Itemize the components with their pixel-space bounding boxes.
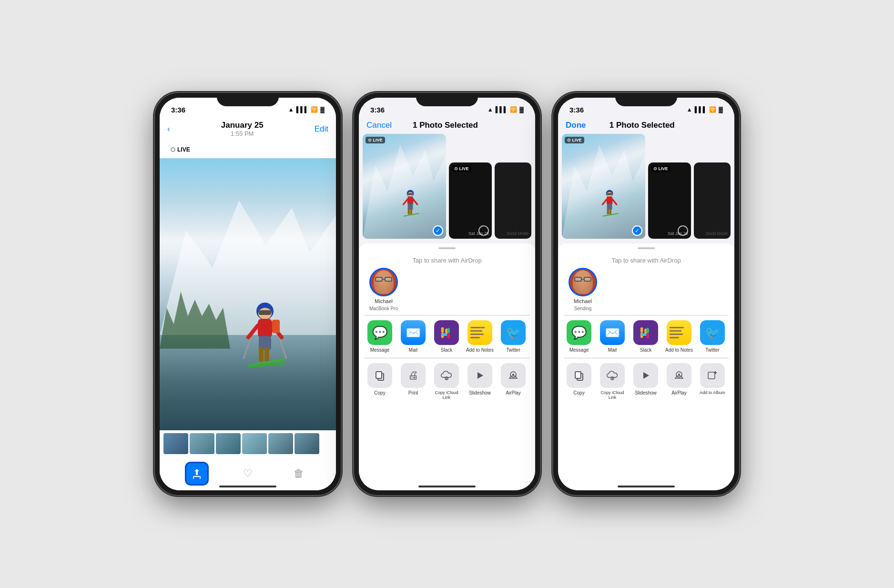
thumbnail-5[interactable] [268, 433, 293, 454]
action-copy-2[interactable]: Copy [365, 363, 395, 400]
airplay-icon-3 [667, 363, 691, 388]
svg-marker-37 [477, 372, 483, 379]
favorite-button[interactable]: ♡ [236, 462, 260, 486]
signal-icon-2: ▌▌▌ [496, 106, 508, 113]
svg-rect-20 [407, 197, 413, 205]
notes-line-1 [470, 327, 485, 328]
copy-icon-3 [567, 363, 591, 388]
dark-label-2: Send Mode [498, 231, 528, 236]
airdrop-label-2: Tap to share with AirDrop [365, 257, 529, 264]
svg-line-25 [403, 200, 407, 204]
live-badge-1: LIVE [167, 145, 328, 154]
icloud-icon-3 [600, 363, 625, 388]
app-twitter-3[interactable]: 🐦 Twitter [697, 320, 728, 353]
app-mail-3[interactable]: ✉️ Mail [597, 320, 628, 353]
mail-label-2: Mail [409, 347, 417, 353]
share-photo-large-2[interactable]: ⊙ LIVE ✓ [363, 134, 446, 239]
app-notes-2[interactable]: Add to Notes [465, 320, 495, 353]
main-photo [160, 158, 336, 430]
live-badge-small-3: ⊙ LIVE [651, 165, 670, 172]
michael-name-2: Michael [375, 298, 393, 304]
slack-svg-3 [639, 326, 652, 339]
action-add-album-3[interactable]: Add to Album [697, 363, 728, 400]
nav-bar-1: ‹ January 25 1:55 PM Edit [160, 119, 336, 141]
svg-point-39 [512, 374, 514, 375]
selection-empty-2[interactable] [478, 225, 489, 236]
icloud-label-3: Copy iCloud Link [597, 390, 628, 400]
live-text: LIVE [177, 146, 190, 153]
skier-svg [234, 297, 291, 383]
notes-line-3 [470, 334, 484, 335]
svg-rect-13 [272, 320, 280, 333]
share-photos-row-3: ⊙ LIVE ✓ [558, 134, 734, 243]
app-message-3[interactable]: 💬 Message [564, 320, 594, 353]
action-icloud-3[interactable]: Copy iCloud Link [597, 363, 628, 400]
selection-check-2[interactable]: ✓ [433, 225, 443, 236]
thumbnail-strip[interactable] [160, 430, 336, 457]
app-row-3: 💬 Message ✉️ Mail [558, 315, 734, 357]
share-photos-row-2: ⊙ LIVE ✓ [359, 134, 535, 243]
airdrop-people-2: Michael MacBook Pro [365, 268, 529, 311]
svg-rect-6 [264, 347, 269, 362]
airdrop-person-michael-3[interactable]: Michael Sending [566, 268, 600, 311]
app-message-2[interactable]: 💬 Message [365, 320, 395, 353]
play-svg [475, 370, 485, 381]
svg-line-48 [602, 200, 606, 204]
svg-rect-55 [646, 333, 649, 338]
action-print-2[interactable]: 🖨 Print [398, 363, 428, 400]
svg-rect-28 [441, 327, 444, 333]
action-copy-3[interactable]: Copy [564, 363, 594, 400]
action-airplay-2[interactable]: AirPlay [498, 363, 528, 400]
share-sheet-3: Tap to share with AirDrop [558, 243, 734, 490]
thumbnail-6[interactable] [295, 433, 319, 454]
dark-area-2: Send Mode [495, 162, 531, 239]
nav-title-1: January 25 1:55 PM [221, 121, 264, 137]
airplay-icon-2 [501, 363, 526, 388]
michael-name-3: Michael [574, 298, 592, 304]
nav-bar-3: Done 1 Photo Selected [558, 119, 734, 134]
signal-icon-3: ▌▌▌ [695, 106, 707, 113]
done-button[interactable]: Done [566, 121, 586, 130]
live-badge-photo-2: ⊙ LIVE [366, 137, 385, 143]
selection-check-3[interactable]: ✓ [632, 225, 642, 236]
nav-time: 1:55 PM [221, 130, 264, 137]
back-button-1[interactable]: ‹ [167, 124, 170, 134]
thumbnail-1[interactable] [163, 433, 188, 454]
airplay-svg-3 [673, 370, 685, 381]
app-mail-2[interactable]: ✉️ Mail [398, 320, 428, 353]
app-row-2: 💬 Message ✉️ Mail [359, 315, 535, 357]
app-notes-3[interactable]: Add to Notes [664, 320, 694, 353]
edit-button[interactable]: Edit [315, 124, 328, 134]
icloud-svg [441, 371, 452, 380]
share-button[interactable] [185, 462, 209, 486]
battery-icon-3: ▓ [719, 106, 723, 113]
live-badge-small-2: ⊙ LIVE [452, 165, 471, 172]
thumbnail-3[interactable] [216, 433, 241, 454]
selection-empty-3[interactable] [678, 225, 688, 236]
delete-button[interactable]: 🗑 [287, 462, 311, 486]
airplay-label-2: AirPlay [506, 390, 521, 395]
app-slack-3[interactable]: Slack [630, 320, 661, 353]
mail-icon-2: ✉️ [401, 320, 426, 345]
share-photo-small-2: ⊙ LIVE Sat Jan 26 [449, 162, 492, 239]
action-airplay-3[interactable]: AirPlay [664, 363, 694, 400]
thumbnail-2[interactable] [190, 433, 214, 454]
app-slack-2[interactable]: Slack [431, 320, 462, 353]
home-indicator-3 [618, 486, 675, 487]
share-photo-large-3[interactable]: ⊙ LIVE ✓ [562, 134, 645, 239]
action-slideshow-2[interactable]: Slideshow [465, 363, 495, 400]
svg-rect-54 [646, 328, 649, 333]
status-icons-3: ▲ ▌▌▌ 🛜 ▓ [687, 106, 723, 113]
thumbnail-4[interactable] [242, 433, 267, 454]
live-badge-photo-3: ⊙ LIVE [565, 137, 584, 143]
cancel-button[interactable]: Cancel [366, 121, 392, 130]
action-icloud-2[interactable]: Copy iCloud Link [431, 363, 462, 400]
svg-rect-16 [200, 477, 201, 479]
airdrop-person-michael-2[interactable]: Michael MacBook Pro [366, 268, 401, 311]
message-icon-3: 💬 [567, 320, 591, 345]
action-slideshow-3[interactable]: Slideshow [630, 363, 661, 400]
notch-3 [615, 93, 677, 106]
app-twitter-2[interactable]: 🐦 Twitter [498, 320, 528, 353]
copy-label-3: Copy [573, 390, 584, 395]
twitter-label-3: Twitter [705, 347, 719, 353]
